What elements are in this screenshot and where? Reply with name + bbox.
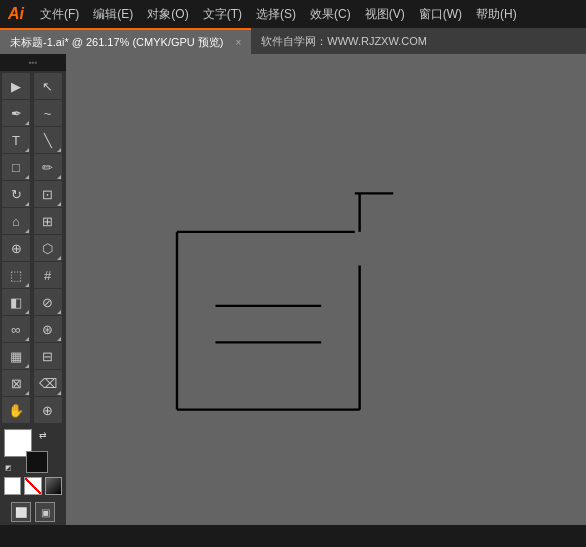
toolbar-ruler: ▪▪▪ bbox=[0, 54, 66, 71]
drawing-canvas bbox=[66, 54, 586, 525]
draw-mode-btn[interactable]: ⬜ bbox=[11, 502, 31, 522]
perspective-tool[interactable]: ⬚ bbox=[2, 262, 30, 288]
main-area: ▪▪▪ ▶↖✒~T╲□✏↻⊡⌂⊞⊕⬡⬚#◧⊘∞⊛▦⊟⊠⌫✋⊕ ⇄ ◩ ⬜ ▣ bbox=[0, 54, 586, 525]
tool-arrow-indicator bbox=[25, 391, 29, 395]
type-tool[interactable]: T bbox=[2, 127, 30, 153]
rotate-tool[interactable]: ↻ bbox=[2, 181, 30, 207]
menu-item-h[interactable]: 帮助(H) bbox=[470, 4, 523, 25]
artboard-tool[interactable]: ⊟ bbox=[34, 343, 62, 369]
tool-arrow-indicator bbox=[57, 202, 61, 206]
status-bar bbox=[0, 525, 586, 547]
transform-tool[interactable]: ⊡ bbox=[34, 181, 62, 207]
tool-arrow-indicator bbox=[57, 175, 61, 179]
color-section: ⇄ ◩ bbox=[0, 425, 66, 499]
zoom-tool[interactable]: ⊕ bbox=[34, 397, 62, 423]
hand-tool[interactable]: ✋ bbox=[2, 397, 30, 423]
tool-arrow-indicator bbox=[25, 283, 29, 287]
free-transform-tool[interactable]: ⊞ bbox=[34, 208, 62, 234]
live-paint-tool[interactable]: ⬡ bbox=[34, 235, 62, 261]
tool-arrow-indicator bbox=[25, 310, 29, 314]
tool-arrow-indicator bbox=[25, 121, 29, 125]
ruler-mark: ▪▪▪ bbox=[29, 58, 38, 67]
default-colors-icon[interactable]: ◩ bbox=[5, 464, 12, 472]
curvature-tool[interactable]: ~ bbox=[34, 100, 62, 126]
menu-item-e[interactable]: 编辑(E) bbox=[87, 4, 139, 25]
line-segment-tool[interactable]: ╲ bbox=[34, 127, 62, 153]
tool-grid: ▶↖✒~T╲□✏↻⊡⌂⊞⊕⬡⬚#◧⊘∞⊛▦⊟⊠⌫✋⊕ bbox=[0, 71, 66, 425]
rectangle-tool[interactable]: □ bbox=[2, 154, 30, 180]
eyedropper-tool[interactable]: ⊘ bbox=[34, 289, 62, 315]
column-graph-tool[interactable]: ▦ bbox=[2, 343, 30, 369]
slice-tool[interactable]: ⊠ bbox=[2, 370, 30, 396]
menu-item-v[interactable]: 视图(V) bbox=[359, 4, 411, 25]
menu-item-s[interactable]: 选择(S) bbox=[250, 4, 302, 25]
pencil-tool[interactable]: ✏ bbox=[34, 154, 62, 180]
title-bar: Ai 文件(F)编辑(E)对象(O)文字(T)选择(S)效果(C)视图(V)窗口… bbox=[0, 0, 586, 28]
menu-bar: 文件(F)编辑(E)对象(O)文字(T)选择(S)效果(C)视图(V)窗口(W)… bbox=[34, 4, 523, 25]
gradient-tool[interactable]: ◧ bbox=[2, 289, 30, 315]
none-swatch[interactable] bbox=[24, 477, 41, 495]
blend-tool[interactable]: ∞ bbox=[2, 316, 30, 342]
tool-arrow-indicator bbox=[25, 202, 29, 206]
tab-title: 未标题-1.ai* @ 261.17% (CMYK/GPU 预览) bbox=[10, 35, 224, 50]
ai-logo: Ai bbox=[8, 5, 24, 23]
tool-arrow-indicator bbox=[25, 337, 29, 341]
direct-selection-tool[interactable]: ↖ bbox=[34, 73, 62, 99]
tool-arrow-indicator bbox=[57, 148, 61, 152]
tool-arrow-indicator bbox=[57, 337, 61, 341]
tool-arrow-indicator bbox=[25, 175, 29, 179]
canvas-area[interactable] bbox=[66, 54, 586, 525]
menu-item-c[interactable]: 效果(C) bbox=[304, 4, 357, 25]
tool-arrow-indicator bbox=[57, 310, 61, 314]
tool-arrow-indicator bbox=[25, 229, 29, 233]
active-tab[interactable]: 未标题-1.ai* @ 261.17% (CMYK/GPU 预览) × bbox=[0, 28, 251, 54]
tool-arrow-indicator bbox=[57, 256, 61, 260]
menu-item-o[interactable]: 对象(O) bbox=[141, 4, 194, 25]
warp-tool[interactable]: ⌂ bbox=[2, 208, 30, 234]
menu-item-w[interactable]: 窗口(W) bbox=[413, 4, 468, 25]
menu-item-t[interactable]: 文字(T) bbox=[197, 4, 248, 25]
tab-close[interactable]: × bbox=[236, 37, 242, 48]
symbol-sprayer-tool[interactable]: ⊛ bbox=[34, 316, 62, 342]
mesh-tool[interactable]: # bbox=[34, 262, 62, 288]
eraser-tool[interactable]: ⌫ bbox=[34, 370, 62, 396]
pen-tool[interactable]: ✒ bbox=[2, 100, 30, 126]
tab-bar: 未标题-1.ai* @ 261.17% (CMYK/GPU 预览) × 软件自学… bbox=[0, 28, 586, 54]
toolbar: ▪▪▪ ▶↖✒~T╲□✏↻⊡⌂⊞⊕⬡⬚#◧⊘∞⊛▦⊟⊠⌫✋⊕ ⇄ ◩ ⬜ ▣ bbox=[0, 54, 66, 525]
menu-item-f[interactable]: 文件(F) bbox=[34, 4, 85, 25]
fill-swatch[interactable] bbox=[4, 477, 21, 495]
stroke-fill-row bbox=[4, 477, 62, 495]
tab-info: 软件自学网：WWW.RJZXW.COM bbox=[251, 28, 586, 54]
tool-arrow-indicator bbox=[25, 148, 29, 152]
screen-mode-btn[interactable]: ▣ bbox=[35, 502, 55, 522]
selection-tool[interactable]: ▶ bbox=[2, 73, 30, 99]
tool-arrow-indicator bbox=[57, 391, 61, 395]
gradient-swatch[interactable] bbox=[45, 477, 62, 495]
canvas-background bbox=[66, 54, 586, 525]
tab-info-text: 软件自学网：WWW.RJZXW.COM bbox=[261, 34, 427, 49]
tool-arrow-indicator bbox=[25, 364, 29, 368]
shape-builder-tool[interactable]: ⊕ bbox=[2, 235, 30, 261]
background-swatch[interactable] bbox=[26, 451, 48, 473]
swap-colors-icon[interactable]: ⇄ bbox=[39, 430, 47, 440]
